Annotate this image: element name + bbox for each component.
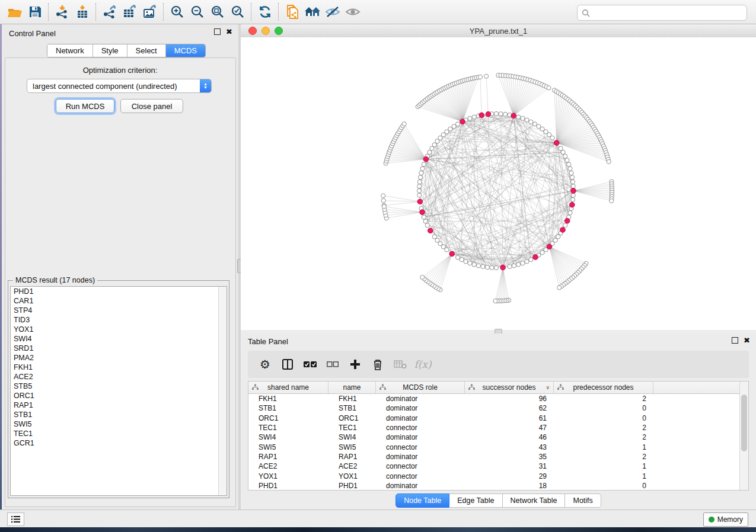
table-cell[interactable]: STB1 <box>248 404 328 412</box>
table-cell[interactable]: ACE2 <box>248 462 328 470</box>
table-cell[interactable]: 1 <box>554 472 653 480</box>
float-panel-icon[interactable] <box>732 337 738 344</box>
table-cell[interactable]: PHD1 <box>328 482 376 490</box>
tab-node-table[interactable]: Node Table <box>395 493 449 508</box>
table-vertical-scrollbar[interactable] <box>739 382 748 490</box>
tab-network-table[interactable]: Network Table <box>503 493 566 508</box>
search-input[interactable] <box>590 7 747 18</box>
mcds-result-item[interactable]: FKH1 <box>11 363 227 372</box>
tab-style[interactable]: Style <box>93 44 127 57</box>
tab-motifs[interactable]: Motifs <box>565 493 601 508</box>
table-cell[interactable]: 2 <box>554 395 653 403</box>
criterion-dropdown[interactable]: largest connected component (undirected)… <box>27 79 212 93</box>
delete-table-icon[interactable] <box>389 354 412 375</box>
table-cell[interactable]: ORC1 <box>248 414 328 422</box>
table-cell[interactable]: 18 <box>465 482 554 490</box>
table-cell[interactable]: FKH1 <box>248 395 328 403</box>
export-table-icon[interactable] <box>120 2 140 21</box>
table-cell[interactable]: SWI5 <box>248 443 328 451</box>
close-panel-icon[interactable]: ✖ <box>226 29 232 34</box>
export-network-icon[interactable] <box>100 2 120 21</box>
table-cell[interactable]: PHD1 <box>248 482 328 490</box>
mcds-result-item[interactable]: SWI5 <box>11 419 227 429</box>
mcds-result-item[interactable]: STP4 <box>11 306 227 315</box>
table-cell[interactable]: 1 <box>554 462 653 470</box>
table-cell[interactable]: RAP1 <box>248 453 328 461</box>
table-cell[interactable]: connector <box>376 443 465 451</box>
table-cell[interactable]: 29 <box>465 472 554 480</box>
table-cell[interactable]: 2 <box>554 453 653 461</box>
table-cell[interactable]: ORC1 <box>328 414 376 422</box>
table-cell[interactable]: dominator <box>376 414 465 422</box>
zoom-selected-icon[interactable] <box>228 2 248 21</box>
search-field[interactable] <box>577 5 747 21</box>
mcds-result-item[interactable]: RAP1 <box>11 400 227 410</box>
close-window-icon[interactable] <box>248 27 257 35</box>
function-builder-icon[interactable]: f(x) <box>412 354 434 375</box>
table-cell[interactable]: TEC1 <box>328 424 376 432</box>
run-mcds-button[interactable]: Run MCDS <box>56 99 114 113</box>
table-row[interactable]: SWI4SWI4dominator462 <box>248 432 748 442</box>
column-header[interactable]: MCDS role <box>376 382 465 393</box>
table-cell[interactable]: 61 <box>465 414 554 422</box>
table-row[interactable]: YOX1YOX1connector291 <box>248 471 748 480</box>
table-row[interactable]: RAP1RAP1dominator352 <box>248 452 748 462</box>
import-network-icon[interactable] <box>52 2 72 21</box>
table-cell[interactable]: 43 <box>465 443 554 451</box>
table-cell[interactable]: dominator <box>376 395 465 403</box>
table-cell[interactable]: 31 <box>465 462 554 470</box>
table-cell[interactable]: YOX1 <box>248 472 328 480</box>
table-cell[interactable]: 0 <box>554 404 653 412</box>
table-cell[interactable]: TEC1 <box>248 424 328 432</box>
column-header[interactable]: successor nodes∨ <box>465 382 554 393</box>
table-cell[interactable]: STB1 <box>328 404 376 412</box>
table-cell[interactable]: connector <box>376 472 465 480</box>
table-cell[interactable]: YOX1 <box>328 472 376 480</box>
mcds-result-item[interactable]: GCR1 <box>11 438 227 448</box>
maximize-window-icon[interactable] <box>275 27 283 35</box>
mcds-result-item[interactable]: TID3 <box>11 315 227 325</box>
table-cell[interactable]: FKH1 <box>328 395 376 403</box>
mcds-result-item[interactable]: SRD1 <box>11 344 227 353</box>
hide-selected-icon[interactable] <box>323 2 343 21</box>
table-cell[interactable]: 2 <box>554 424 653 432</box>
mcds-result-item[interactable]: CAR1 <box>11 296 227 306</box>
table-cell[interactable]: dominator <box>376 433 465 441</box>
table-row[interactable]: ACE2ACE2connector311 <box>248 462 748 471</box>
minimize-window-icon[interactable] <box>261 27 270 35</box>
zoom-fit-icon[interactable] <box>208 2 228 21</box>
table-cell[interactable]: ACE2 <box>328 462 376 470</box>
mcds-result-item[interactable]: STB5 <box>11 382 227 391</box>
table-cell[interactable]: SWI4 <box>248 433 328 441</box>
table-row[interactable]: TEC1TEC1connector472 <box>248 423 748 432</box>
network-canvas[interactable] <box>241 37 756 330</box>
mcds-result-item[interactable]: ORC1 <box>11 391 227 400</box>
table-cell[interactable]: 2 <box>554 433 653 441</box>
table-cell[interactable]: dominator <box>376 404 465 412</box>
settings-icon[interactable]: ⚙ <box>254 354 276 375</box>
deselect-all-checkboxes-icon[interactable] <box>321 354 344 375</box>
column-header[interactable]: shared name <box>248 382 328 393</box>
export-image-icon[interactable] <box>140 2 160 21</box>
table-cell[interactable]: 0 <box>554 414 653 422</box>
mcds-result-item[interactable]: ACE2 <box>11 372 227 382</box>
select-all-checkboxes-icon[interactable] <box>299 354 321 375</box>
table-cell[interactable]: connector <box>376 424 465 432</box>
table-cell[interactable]: 46 <box>465 433 554 441</box>
network-window-titlebar[interactable]: YPA_prune.txt_1 <box>241 24 756 38</box>
table-row[interactable]: ORC1ORC1dominator610 <box>248 414 748 423</box>
mcds-result-item[interactable]: PMA2 <box>11 353 227 363</box>
import-table-icon[interactable] <box>72 2 92 21</box>
table-row[interactable]: PHD1PHD1dominator180 <box>248 481 748 491</box>
table-cell[interactable]: SWI5 <box>328 443 376 451</box>
close-panel-icon[interactable]: ✖ <box>744 338 750 343</box>
table-cell[interactable]: 62 <box>465 404 554 412</box>
duplicate-network-icon[interactable] <box>282 2 302 21</box>
refresh-icon[interactable] <box>255 2 275 21</box>
zoom-in-icon[interactable] <box>167 2 187 21</box>
table-cell[interactable]: SWI4 <box>328 433 376 441</box>
table-cell[interactable]: 1 <box>554 443 653 451</box>
tab-mcds[interactable]: MCDS <box>166 44 205 57</box>
table-cell[interactable]: 35 <box>465 453 554 461</box>
column-header[interactable]: predecessor nodes <box>554 382 653 393</box>
